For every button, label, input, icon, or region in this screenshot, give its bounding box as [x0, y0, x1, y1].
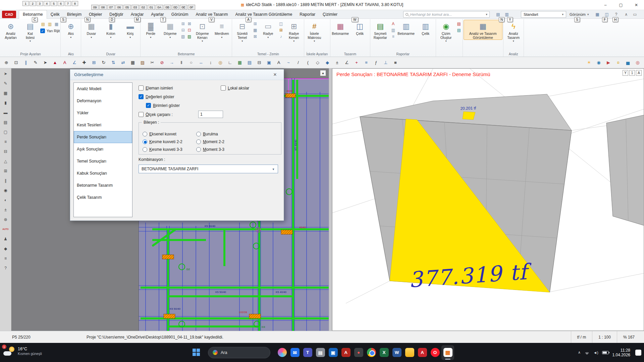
- column-button[interactable]: ▮Kolon▾: [101, 20, 120, 39]
- raft-button[interactable]: ▭Radye▾: [259, 20, 277, 39]
- extend-icon[interactable]: →: [168, 59, 175, 66]
- plan-maximize-icon[interactable]: ▲: [320, 70, 326, 76]
- image-icon[interactable]: ▣: [265, 59, 273, 66]
- tray-chevron-icon[interactable]: ∧: [578, 350, 581, 355]
- text-style-icon[interactable]: A: [61, 59, 68, 66]
- story-button-01[interactable]: 01: [148, 5, 155, 10]
- node-icon[interactable]: ▲: [51, 59, 59, 66]
- truss-icon[interactable]: △: [2, 158, 9, 165]
- select-icon[interactable]: ➤: [42, 59, 49, 66]
- raft-edge-button[interactable]: ⊞RadyeKenarı▾: [284, 20, 303, 43]
- app-menu-button[interactable]: CAD: [2, 11, 16, 18]
- trim-icon[interactable]: ✂: [149, 59, 156, 66]
- dialog-list-item-a-k-sonu-lar[interactable]: Aşık Sonuçları: [74, 143, 132, 155]
- rotate-icon[interactable]: ↻: [100, 59, 107, 66]
- drawing-tool-2-icon[interactable]: ▤: [456, 27, 462, 33]
- protractor-icon[interactable]: ∠: [71, 59, 78, 66]
- zoom-in-icon[interactable]: ⊕: [3, 59, 10, 66]
- story-tool-2-icon[interactable]: ▥: [47, 21, 53, 27]
- polygon-icon[interactable]: ◆: [324, 59, 331, 66]
- show-units-checkbox[interactable]: ✓Birimleri göster: [146, 103, 180, 108]
- create-drawing-button[interactable]: ◉ÇizimOluştur▾: [437, 20, 455, 43]
- element-names-checkbox[interactable]: Eleman isimleri: [139, 85, 173, 90]
- report-tool-2-icon[interactable]: ▥: [390, 27, 396, 33]
- story-button-4[interactable]: 4: [44, 1, 50, 6]
- dialog-list-item-deformasyon[interactable]: Deformasyon: [74, 95, 132, 107]
- help-icon[interactable]: ?: [2, 265, 9, 272]
- render-icon[interactable]: ◐: [2, 197, 9, 203]
- wall-button[interactable]: ▦Duvar▾: [82, 20, 101, 39]
- radio-moment-2-2[interactable]: Moment 2-2: [196, 138, 224, 145]
- concrete-design-button[interactable]: ▦Betonarme: [331, 20, 350, 36]
- move-icon[interactable]: ✚: [80, 59, 88, 66]
- idecad-app-icon[interactable]: ▦: [441, 345, 454, 360]
- sheet-icon[interactable]: ▤: [246, 59, 253, 66]
- slab-edge-button[interactable]: ⊡DöşemeKenarı▾: [193, 20, 212, 43]
- tab-izimler[interactable]: Çizimler: [319, 10, 341, 19]
- story-button-6[interactable]: 6: [58, 1, 64, 6]
- people-icon[interactable]: ♟: [2, 236, 9, 242]
- section-icon[interactable]: ∥: [2, 177, 9, 184]
- foundation-tool-2-icon[interactable]: ▦: [252, 27, 258, 33]
- chevron-down-icon[interactable]: ▾: [486, 13, 487, 16]
- show-values-checkbox[interactable]: ✓Değerleri göster: [139, 94, 174, 99]
- match-icon[interactable]: ƒ: [372, 59, 380, 66]
- stretch-icon[interactable]: ↔: [197, 59, 205, 66]
- steel-design-button[interactable]: ◫Çelik: [351, 20, 369, 36]
- arc-icon[interactable]: (: [304, 59, 312, 66]
- tab-raporlar[interactable]: Raporlar: [296, 10, 319, 19]
- mail-app-icon[interactable]: ✉: [288, 345, 301, 360]
- axis-button[interactable]: ⊕Aks▾: [61, 20, 80, 39]
- store-app-icon[interactable]: ▣: [327, 345, 339, 360]
- story-button-2[interactable]: 2: [30, 1, 36, 6]
- zoom-status[interactable]: % 167: [617, 331, 641, 343]
- hatch-icon[interactable]: ▨: [139, 59, 146, 66]
- story-button-02[interactable]: 02: [140, 5, 147, 10]
- line-icon[interactable]: /: [294, 59, 302, 66]
- printer-app-icon[interactable]: ▤: [314, 345, 327, 360]
- slab-tool-1-icon[interactable]: ⊞: [180, 21, 186, 27]
- command-search-input[interactable]: Herhangi bir komut ara... ▾: [403, 11, 490, 18]
- story-button-0B[interactable]: 0B: [164, 5, 171, 10]
- flag-icon[interactable]: ▶: [605, 59, 612, 66]
- target-icon[interactable]: ◎: [634, 59, 641, 66]
- chrome-app-icon[interactable]: [365, 345, 378, 360]
- analysis-settings-button[interactable]: ⊛AnalizAyarları: [1, 20, 20, 40]
- teams-app-icon[interactable]: T: [301, 345, 314, 360]
- view3d-corner-icon-2[interactable]: 1: [629, 70, 635, 76]
- dialog-list-item-betonarme-tasar-m[interactable]: Betonarme Tasarım: [74, 179, 132, 191]
- analysis-display-button[interactable]: ▦Analiz ve TasarımGörüntüleme: [464, 20, 502, 40]
- scaffold-macro-button[interactable]: #İskeleMakrosu▾: [305, 20, 324, 43]
- auto-label-icon[interactable]: AUTO: [2, 226, 9, 233]
- excel-app-icon[interactable]: X: [378, 345, 390, 360]
- measure-icon[interactable]: ±: [2, 206, 9, 213]
- view3d-corner-icon-1[interactable]: Y: [623, 70, 628, 76]
- explorer-app-icon[interactable]: [403, 345, 416, 360]
- camera-icon[interactable]: ◉: [2, 187, 9, 194]
- scale-factor-checkbox[interactable]: Ölçek çarpanı :: [139, 112, 173, 117]
- grid2-icon[interactable]: ⊟: [256, 59, 263, 66]
- beam-button[interactable]: ▬Kiriş▾: [121, 20, 140, 39]
- circle-icon[interactable]: ○: [187, 59, 195, 66]
- layers2-icon[interactable]: ≡: [2, 255, 9, 262]
- measure-icon[interactable]: ±: [333, 59, 341, 66]
- start-button[interactable]: [190, 345, 203, 360]
- radio-eksenel-kuvvet[interactable]: Eksenel kuvvet: [143, 130, 196, 138]
- battery-icon[interactable]: [602, 351, 609, 354]
- view3d-corner-icon-3[interactable]: A: [636, 70, 642, 76]
- story-button-03[interactable]: 03: [131, 5, 139, 10]
- mirror-icon[interactable]: ⇄: [119, 59, 127, 66]
- story-button-07[interactable]: 07: [107, 5, 115, 10]
- opening-icon[interactable]: ▢: [2, 129, 9, 135]
- slab-tool-5-icon[interactable]: ▧: [180, 34, 186, 40]
- spline-icon[interactable]: ~: [285, 59, 292, 66]
- flip-icon[interactable]: ⇅: [110, 59, 117, 66]
- chart-icon[interactable]: ▅: [624, 59, 632, 66]
- story-button-0D[interactable]: 0D: [172, 5, 179, 10]
- close-icon[interactable]: ✕: [270, 72, 280, 77]
- snap-icon[interactable]: ◎: [217, 59, 224, 66]
- steel-report-button[interactable]: ▥Çelik: [416, 20, 435, 36]
- story-button-06[interactable]: 06: [115, 5, 123, 10]
- bloom-app-icon[interactable]: [276, 345, 288, 360]
- combination-select[interactable]: BETONARME TASARIM ZARFI ▾: [139, 165, 278, 173]
